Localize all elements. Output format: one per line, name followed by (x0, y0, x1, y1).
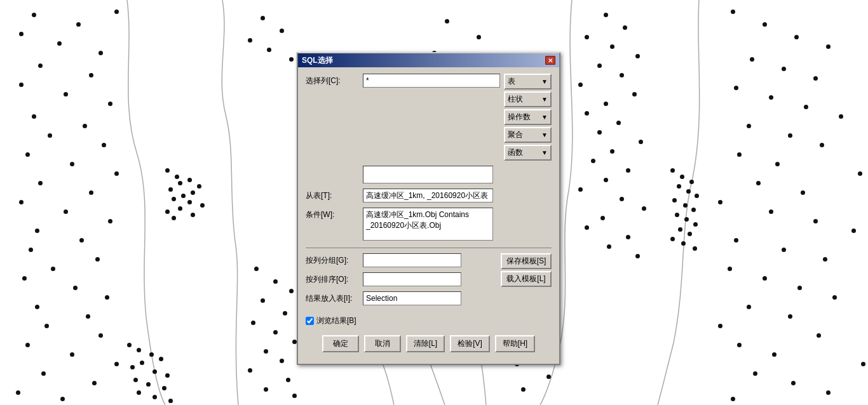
aggregate-button[interactable]: 聚合 ▼ (504, 127, 552, 143)
column-button-arrow: ▼ (541, 96, 548, 103)
save-template-button[interactable]: 保存模板[S] (501, 253, 552, 269)
browse-results-row: 浏览结果[B] (306, 315, 552, 326)
ok-button[interactable]: 确定 (322, 335, 359, 352)
from-table-input-area (363, 189, 552, 202)
result-table-input[interactable] (363, 291, 461, 305)
condition-input[interactable]: 高速缓冲区_1km.Obj Contains _20160920小区表.Obj (363, 208, 493, 241)
order-by-row: 按列排序[O]: (306, 272, 497, 286)
select-col-input-area: 表 ▼ 柱状 ▼ 操作数 ▼ 聚合 ▼ (363, 74, 552, 161)
select-col-label: 选择列[C]: (306, 74, 363, 86)
load-template-button[interactable]: 载入模板[L] (501, 271, 552, 287)
bottom-buttons-row: 确定 取消 清除[L] 检验[V] 帮助[H] (306, 333, 552, 357)
dialog-body: 选择列[C]: 表 ▼ 柱状 ▼ 操作数 (298, 67, 559, 364)
function-button[interactable]: 函数 ▼ (504, 145, 552, 161)
function-button-arrow: ▼ (541, 149, 548, 156)
select-col-row: 选择列[C]: 表 ▼ 柱状 ▼ 操作数 (306, 74, 552, 161)
column-button[interactable]: 柱状 ▼ (504, 91, 552, 107)
help-button[interactable]: 帮助[H] (495, 335, 535, 352)
condition-input-area: 高速缓冲区_1km.Obj Contains _20160920小区表.Obj (363, 208, 552, 242)
sql-select-dialog: SQL选择 ✕ 选择列[C]: 表 ▼ 柱状 (297, 52, 560, 365)
result-table-label: 结果放入表[I]: (306, 291, 363, 304)
separator (306, 248, 552, 248)
from-table-label: 从表[T]: (306, 189, 363, 201)
group-by-label: 按列分组[G]: (306, 253, 363, 266)
select-col-second-input-area (363, 166, 552, 183)
dialog-title: SQL选择 (302, 55, 333, 66)
group-order-inputs: 按列分组[G]: 按列排序[O]: 结果放入表[I]: (306, 253, 497, 310)
group-by-row: 按列分组[G]: (306, 253, 497, 267)
order-by-input[interactable] (363, 272, 461, 286)
cancel-button[interactable]: 取消 (364, 335, 401, 352)
select-col-input[interactable] (363, 74, 500, 88)
operator-button[interactable]: 操作数 ▼ (504, 109, 552, 125)
browse-results-checkbox[interactable] (306, 317, 314, 325)
result-table-row: 结果放入表[I]: (306, 291, 497, 305)
side-buttons-group: 表 ▼ 柱状 ▼ 操作数 ▼ 聚合 ▼ (504, 74, 552, 161)
group-order-row: 按列分组[G]: 按列排序[O]: 结果放入表[I]: 保存模板[S] 载入模板… (306, 253, 552, 310)
order-by-label: 按列排序[O]: (306, 272, 363, 285)
condition-row: 条件[W]: 高速缓冲区_1km.Obj Contains _20160920小… (306, 208, 552, 242)
select-col-second-row (306, 166, 552, 183)
aggregate-button-arrow: ▼ (541, 131, 548, 138)
table-button-arrow: ▼ (541, 78, 548, 85)
verify-button[interactable]: 检验[V] (450, 335, 490, 352)
table-button[interactable]: 表 ▼ (504, 74, 552, 90)
condition-label: 条件[W]: (306, 208, 363, 220)
dialog-close-button[interactable]: ✕ (545, 56, 555, 65)
clear-button[interactable]: 清除[L] (406, 335, 445, 352)
operator-button-arrow: ▼ (541, 114, 548, 121)
group-by-input[interactable] (363, 253, 461, 267)
dialog-overlay: SQL选择 ✕ 选择列[C]: 表 ▼ 柱状 (0, 0, 868, 405)
dialog-titlebar: SQL选择 ✕ (298, 53, 559, 67)
browse-results-label[interactable]: 浏览结果[B] (316, 315, 356, 326)
from-table-row: 从表[T]: (306, 189, 552, 202)
template-buttons-group: 保存模板[S] 载入模板[L] (501, 253, 552, 310)
from-table-input[interactable] (363, 189, 493, 202)
